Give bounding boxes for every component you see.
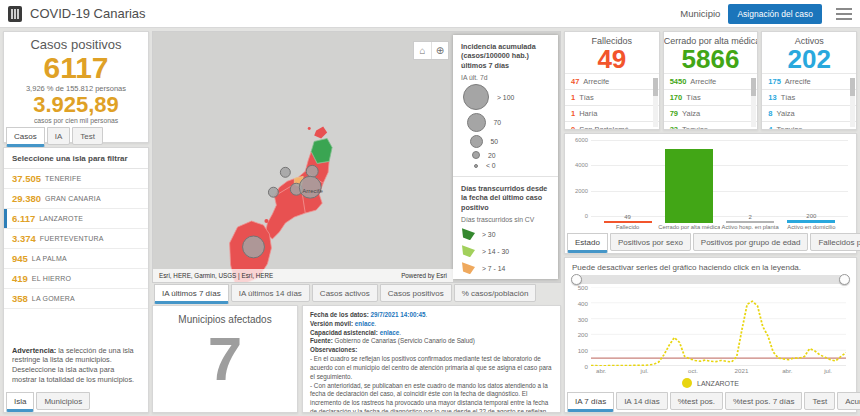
series-legend-label: LANZAROTE xyxy=(697,380,739,387)
series-tab-ia-7-dias[interactable]: IA 7 días xyxy=(567,392,614,412)
tab-test[interactable]: Test xyxy=(72,127,103,145)
series-tab-test-pos-7-dias[interactable]: %test pos. 7 días xyxy=(725,392,802,410)
island-row-lanzarote[interactable]: 6.117LANZAROTE xyxy=(4,209,148,229)
island-row-el-hierro[interactable]: 419EL HIERRO xyxy=(4,269,148,289)
bar-activo-en-domicilio[interactable] xyxy=(787,220,835,223)
island-label: TENERIFE xyxy=(45,175,81,182)
scrollbar-thumb[interactable] xyxy=(850,78,855,96)
map-place-label: Arrecife xyxy=(302,188,323,194)
legend-day-item: > 14 - 30 xyxy=(462,245,551,257)
timeseries-tabs: IA 7 díasIA 14 días%test pos.%test pos. … xyxy=(565,391,856,412)
bar-column-activo-en-domicilio[interactable]: 200 xyxy=(783,213,839,223)
estado-tab-fallecidos-por-edad-y-sexo[interactable]: Fallecidos por edad y sexo xyxy=(810,233,860,251)
series-line-lanzarote[interactable] xyxy=(591,301,846,366)
bar-value-label: 200 xyxy=(806,213,816,219)
data-info-panel: Fecha de los datos: 29/7/2021 14:00:45.V… xyxy=(302,305,561,413)
info-link[interactable]: enlace xyxy=(380,329,400,336)
info-link[interactable]: enlace xyxy=(355,320,375,327)
map-ia-symbol[interactable] xyxy=(268,187,278,197)
bar-activo-hosp-en-planta[interactable] xyxy=(726,221,774,223)
island-row-fuerteventura[interactable]: 3.374FUERTEVENTURA xyxy=(4,229,148,249)
stat-row-label: Tías xyxy=(781,93,796,102)
bar-cerrado-por-alta-medica[interactable] xyxy=(665,149,713,223)
timeseries-chart[interactable]: 0100200300400500 xyxy=(591,287,846,366)
stat-row-value: 79 xyxy=(670,109,678,118)
map-tab-ia-ultimos-7-dias[interactable]: IA últimos 7 días xyxy=(154,284,229,304)
island-label: LA GOMERA xyxy=(32,295,75,302)
stat-row-value: 1 xyxy=(571,93,575,102)
island-row-la-gomera[interactable]: 358LA GOMERA xyxy=(4,289,148,309)
legend-circle-label: < 0 xyxy=(486,162,496,169)
stat-card-value: 5866 xyxy=(664,46,758,73)
legend-circle xyxy=(467,113,486,132)
legend-day-label: > 30 xyxy=(482,231,495,238)
positive-cases-rate-caption: casos por cien mil personas xyxy=(4,117,148,124)
timeseries-legend[interactable]: LANZAROTE xyxy=(565,376,856,391)
timeseries-svg[interactable] xyxy=(591,287,846,366)
bars-row: 492200 xyxy=(591,140,848,223)
stat-row-arrecife: 175Arrecife xyxy=(762,73,856,89)
tab-municipios[interactable]: Municipios xyxy=(36,392,90,410)
time-range-slider[interactable] xyxy=(573,275,848,284)
assign-case-button[interactable]: Asignación del caso xyxy=(728,4,822,24)
tab-casos[interactable]: Casos xyxy=(6,127,45,147)
island-row-gran-canaria[interactable]: 29.380GRAN CANARIA xyxy=(4,189,148,209)
series-tab-test[interactable]: Test xyxy=(804,392,835,410)
series-tab-acumulado[interactable]: Acumulado xyxy=(837,392,860,410)
island-row-tenerife[interactable]: 37.505TENERIFE xyxy=(4,169,148,189)
info-line-text: Gobierno de Canarias (Servicio Canario d… xyxy=(333,337,475,344)
estado-tab-estado[interactable]: Estado xyxy=(567,233,608,253)
bar-column-cerrado-por-alta-medica[interactable] xyxy=(661,148,717,223)
island-value: 945 xyxy=(12,253,28,264)
info-line-label: Fecha de los datos: xyxy=(310,311,371,318)
menu-icon[interactable] xyxy=(836,8,852,20)
stat-card-scrollbar[interactable] xyxy=(850,78,855,127)
bar-category-label: Cerrado por alta médica xyxy=(658,224,719,230)
map-tab-ia-ultimos-14-dias[interactable]: IA últimos 14 días xyxy=(231,284,310,302)
info-link[interactable]: 29/7/2021 14:00:45 xyxy=(371,311,426,318)
y-axis-tick: 300 xyxy=(578,315,588,322)
bar-fallecido[interactable] xyxy=(604,221,652,223)
scrollbar-thumb[interactable] xyxy=(751,78,756,96)
map-attribution: Esri, HERE, Garmin, USGS | Esri, HERE Po… xyxy=(153,269,453,282)
estado-tab-positivos-por-sexo[interactable]: Positivos por sexo xyxy=(610,233,691,251)
map-ia-symbol[interactable] xyxy=(306,165,318,177)
map-tab-casos-poblacion[interactable]: % casos/población xyxy=(454,284,537,302)
stat-row-san-bartolome: 0San Bartolomé xyxy=(565,121,659,129)
scrollbar-thumb[interactable] xyxy=(653,78,658,96)
map-tab-casos-activos[interactable]: Casos activos xyxy=(312,284,378,302)
bar-column-fallecido[interactable]: 49 xyxy=(600,214,656,223)
series-tab-test-pos[interactable]: %test pos. xyxy=(670,392,723,410)
stat-card-scrollbar[interactable] xyxy=(751,78,756,127)
info-line: - En el cuadro se reflejan los positivos… xyxy=(310,355,553,381)
stat-row-value: 1 xyxy=(571,109,575,118)
tab-isla[interactable]: Isla xyxy=(6,392,34,412)
municipio-label: Municipio xyxy=(680,8,720,19)
stat-card-list: 175Arrecife13Tías8Yaiza4Teguise xyxy=(762,73,856,129)
stat-card-scrollbar[interactable] xyxy=(653,78,658,127)
series-tab-ia-14-dias[interactable]: IA 14 días xyxy=(616,392,668,410)
positive-cases-rate: 3.925,89 xyxy=(4,93,148,117)
island-warning: Advertencia: la selección de una isla re… xyxy=(4,340,148,391)
stat-row-label: Teguise xyxy=(777,125,803,129)
home-icon[interactable]: ⌂ xyxy=(414,42,431,59)
stat-row-tias: 1Tías xyxy=(565,89,659,105)
stat-row-yaiza: 8Yaiza xyxy=(762,105,856,121)
info-line-label: Fuente: xyxy=(310,337,333,344)
map-tab-casos-positivos[interactable]: Casos positivos xyxy=(380,284,452,302)
island-warning-label: Advertencia: xyxy=(12,346,56,355)
y-axis-tick: 200 xyxy=(578,331,588,338)
estado-bar-categories: FallecidoCerrado por alta médicaActivo h… xyxy=(565,223,856,232)
map-ia-symbol[interactable] xyxy=(280,167,290,177)
tab-ia[interactable]: IA xyxy=(47,127,71,145)
stat-row-value: 4 xyxy=(768,125,772,129)
x-axis-tick: jul. xyxy=(641,367,649,374)
island-row-la-palma[interactable]: 945LA PALMA xyxy=(4,249,148,269)
map[interactable]: Arrecife ⌂⊕ Incidencia acumulada (casos/… xyxy=(152,31,561,283)
default-extent-icon[interactable]: ⊕ xyxy=(431,42,448,59)
estado-tab-positivos-por-grupo-de-edad[interactable]: Positivos por grupo de edad xyxy=(693,233,809,251)
map-ia-symbol-la-oliva[interactable] xyxy=(243,236,265,258)
bar-column-activo-hosp-en-planta[interactable]: 2 xyxy=(722,214,778,223)
legend-circle xyxy=(470,135,483,148)
slider-handle-right[interactable] xyxy=(839,274,850,285)
